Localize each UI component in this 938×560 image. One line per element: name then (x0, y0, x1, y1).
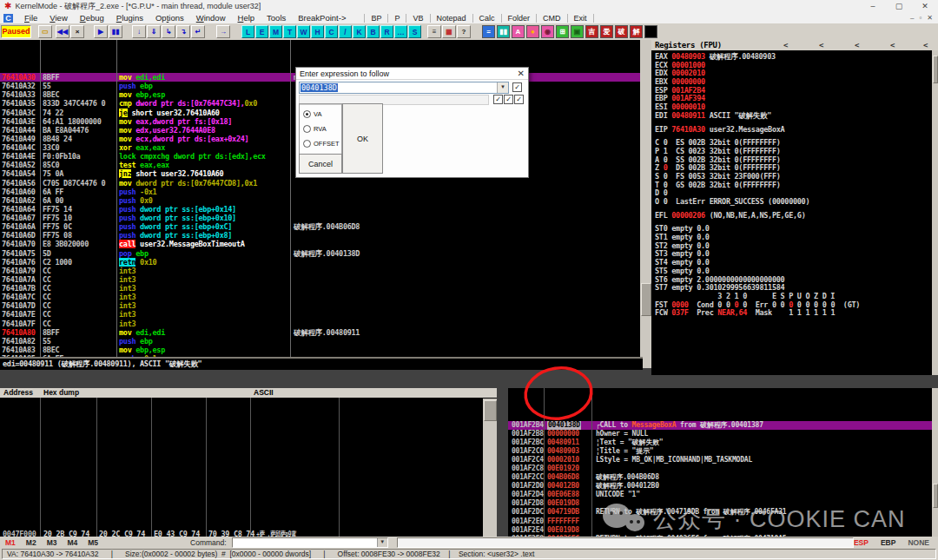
pane-button-slash[interactable]: / (339, 25, 352, 38)
menu-item-window[interactable]: Window (190, 13, 232, 23)
menu-item-debug[interactable]: Debug (74, 13, 110, 23)
stack-row[interactable]: 001AF2C400002010LStyle = MB_OK|MB_ICONHA… (508, 456, 938, 464)
run-icon[interactable]: ▶ (94, 25, 108, 38)
step-into-icon[interactable]: ↓ (132, 25, 146, 38)
plugin-icon-9[interactable]: 爱 (600, 25, 613, 38)
plugin-icon-12[interactable]: ■ (644, 25, 657, 38)
pane-button-m[interactable]: M (269, 25, 282, 38)
pane-button-k[interactable]: K (353, 25, 366, 38)
stack-row[interactable]: 001AF2B40040138D┌CALL to MessageBoxA fro… (508, 421, 938, 430)
tab-m3[interactable]: M3 (42, 538, 63, 547)
stack-scrollbar[interactable] (932, 388, 938, 537)
tab-m4[interactable]: M4 (62, 538, 83, 547)
option-checkbox[interactable]: ✓ (512, 82, 522, 92)
disasm-row[interactable]: 76410A808BFFmov edi,edi破解程序.00480911 (0, 328, 640, 337)
menu-item-file[interactable]: File (18, 13, 43, 23)
menu-item-view[interactable]: View (43, 13, 73, 23)
option-checkbox[interactable]: ✓ (514, 95, 524, 104)
dropdown-arrow-icon[interactable]: ▼ (497, 82, 508, 93)
disasm-row[interactable]: 76410A7FCCint3 (0, 320, 640, 328)
stack-row[interactable]: 001AF2BC00480911¦Text = "破解失败" (508, 438, 938, 447)
register-line[interactable]: O 0 LastErr ERROR_SUCCESS (00000000) (651, 198, 938, 207)
disasm-row[interactable]: 76410A755Dpop ebp破解程序.0040138D (0, 249, 640, 258)
plugin-icon-11[interactable]: 解 (630, 25, 643, 38)
radio-offset[interactable]: OFFSET (303, 140, 340, 148)
frame-button-ebp[interactable]: EBP (881, 538, 895, 547)
register-line[interactable]: T 0 GS 002B 32bit 0(FFFFFFFF) (651, 181, 938, 190)
plugin-icon-8[interactable]: 吉 (585, 25, 598, 38)
register-line[interactable]: EIP 76410A30 user32.MessageBoxA (651, 126, 938, 135)
mdi-restore-icon[interactable]: ▫ (919, 14, 921, 22)
pause-icon[interactable]: ▮▮ (109, 25, 122, 38)
trace-into-icon[interactable]: ↳ (162, 25, 175, 38)
tab-m2[interactable]: M2 (21, 538, 42, 547)
minimize-button[interactable]: – (860, 2, 886, 10)
pane-button-b[interactable]: B (367, 25, 380, 38)
disasm-row[interactable]: 76410A67FF75 10push dword ptr ss:[ebp+0x… (0, 214, 640, 222)
menu-item-breakpoint[interactable]: BreakPoint-> (292, 13, 352, 23)
chevron-left-icon[interactable]: < (855, 40, 859, 50)
disasm-row[interactable]: 76410A7CCCint3 (0, 293, 640, 301)
disasm-row[interactable]: 76410A8255push ebp (0, 337, 640, 346)
quick-button-notepad[interactable]: Notepad (430, 14, 472, 23)
menu-item-tools[interactable]: Tools (261, 13, 292, 23)
pane-button-w[interactable]: W (297, 25, 310, 38)
stack-row[interactable]: 001AF2C000480903¦Title = "提示" (508, 447, 938, 456)
mdi-minimize-icon[interactable]: – (910, 14, 914, 22)
hex-dump-scrollbar[interactable] (483, 399, 497, 537)
close-program-icon[interactable]: × (70, 25, 84, 38)
register-line[interactable]: EDI 00480911 ASCII "破解失败" (651, 112, 938, 121)
stack-row[interactable]: 001AF2D400E06E88UNICODE "1" (508, 491, 938, 499)
cancel-button[interactable]: Cancel (299, 154, 342, 174)
open-file-icon[interactable]: ▭ (38, 25, 52, 38)
disasm-row[interactable]: 76410A7BCCint3 (0, 284, 640, 293)
stack-row[interactable]: 001AF2C800E01920 (508, 464, 938, 473)
pane-button-t[interactable]: T (283, 25, 296, 38)
disasm-row[interactable]: 76410A79CCint3 (0, 267, 640, 275)
quick-button-folder[interactable]: Folder (501, 14, 537, 23)
option-checkbox[interactable]: ✓ (504, 95, 513, 104)
menu-item-options[interactable]: Options (149, 13, 190, 23)
plugin-icon-2[interactable]: ▮▮ (497, 25, 510, 38)
mdi-close-icon[interactable]: ✕ (927, 14, 933, 22)
breakpoints-list-icon[interactable]: ≡ (427, 25, 441, 38)
disasm-row[interactable]: 76410A64FF75 14push dword ptr ss:[ebp+0x… (0, 205, 640, 214)
quick-button-cmd[interactable]: CMD (536, 14, 567, 23)
go-to-icon[interactable]: → (216, 25, 230, 38)
menu-item-plugins[interactable]: Plugins (110, 13, 149, 23)
disasm-row[interactable]: 76410A626A 00push 0x0 (0, 196, 640, 205)
pane-button-s[interactable]: S (408, 25, 421, 38)
register-line[interactable]: EFL 00000206 (NO,NB,NE,A,NS,PE,GE,G) (651, 212, 938, 221)
disasm-row[interactable]: 76410A7DCCint3 (0, 301, 640, 310)
pane-button-h[interactable]: H (311, 25, 324, 38)
restart-icon[interactable]: ◀◀ (56, 25, 69, 38)
stack-row[interactable]: 001AF2D0004012B0破解程序.004012B0 (508, 482, 938, 491)
chevron-left-icon[interactable]: < (819, 40, 823, 50)
chevron-left-icon[interactable]: < (890, 40, 895, 50)
trace-over-icon[interactable]: ↴ (176, 25, 190, 38)
quick-button-exit[interactable]: Exit (567, 14, 594, 23)
disasm-row[interactable]: 76410A606A FFpush -0x1 (0, 188, 640, 196)
disasm-row[interactable]: 76410A7ECCint3 (0, 310, 640, 319)
disasm-row[interactable]: 76410A6AFF75 0Cpush dword ptr ss:[ebp+0x… (0, 222, 640, 231)
stack-row[interactable]: 001AF2E400E019D8 (508, 526, 938, 535)
stack-row[interactable]: 001AF2E0FFFFFFFF (508, 517, 938, 526)
plugin-icon-3[interactable]: A (512, 25, 525, 38)
dialog-close-icon[interactable]: ✕ (518, 69, 525, 78)
disasm-row[interactable]: 76410A6DFF75 08push dword ptr ss:[ebp+0x… (0, 231, 640, 240)
option-checkbox[interactable]: ✓ (493, 95, 503, 104)
pane-button-l[interactable]: L (241, 25, 254, 38)
pane-button-e[interactable]: E (255, 25, 268, 38)
expression-input[interactable]: 0040138D ▼ (299, 82, 509, 94)
quick-button-calc[interactable]: Calc (472, 14, 501, 23)
step-over-icon[interactable]: ⇓ (147, 25, 161, 38)
menu-item-help[interactable]: Help (232, 13, 261, 23)
frame-button-none[interactable]: NONE (908, 538, 929, 547)
quick-button-p[interactable]: P (387, 14, 406, 23)
register-line[interactable]: FCW 037F Prec NEAR,64 Mask 1 1 1 1 1 1 (651, 309, 938, 318)
registers-scrollbar[interactable] (932, 50, 938, 375)
plugin-icon-7[interactable]: ▣ (571, 25, 584, 38)
frame-button-esp[interactable]: ESP (854, 538, 869, 547)
disasm-row[interactable]: 76410A76C2 1000retn 0x10 (0, 258, 640, 267)
stack-row[interactable]: 001AF2DC004719DBRETURN to 破解程序.004719DB … (508, 508, 938, 517)
